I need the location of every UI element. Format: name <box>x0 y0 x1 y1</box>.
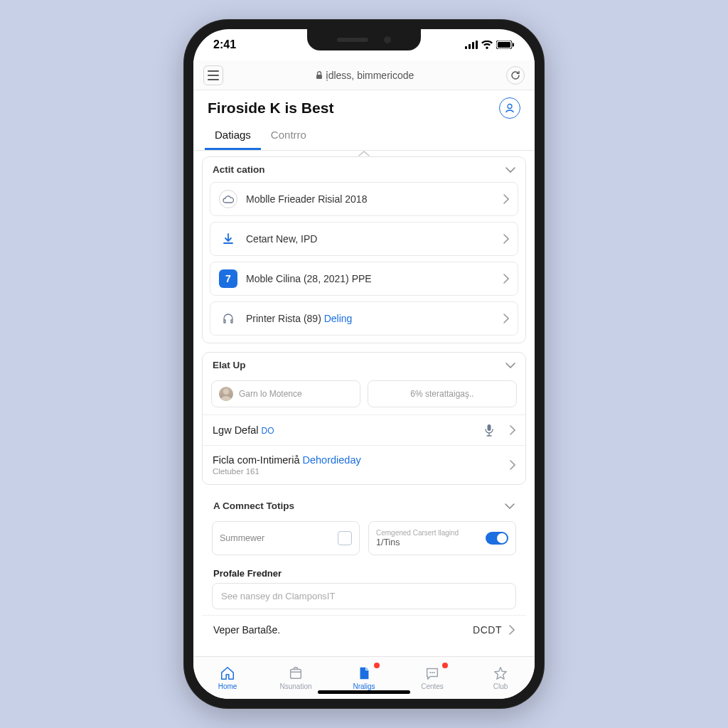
chevron-down-icon <box>505 363 515 368</box>
reload-icon <box>510 70 520 80</box>
list-item-label: Cetart New, IPD <box>246 233 495 245</box>
profile-button[interactable] <box>499 97 520 119</box>
chat-icon <box>424 665 440 681</box>
cellular-icon <box>465 41 478 49</box>
chevron-down-icon <box>505 167 515 173</box>
svg-point-8 <box>508 105 512 109</box>
row-label: Lgw Defal DO <box>213 424 477 436</box>
row-label: Veper Bartaße. <box>213 624 473 636</box>
badge-dot <box>442 663 448 668</box>
row-veper[interactable]: Veper Bartaße. DCDT <box>202 615 526 644</box>
svg-rect-3 <box>476 41 478 49</box>
svg-rect-11 <box>291 670 301 679</box>
toggle-switch[interactable] <box>486 532 508 545</box>
reload-button[interactable] <box>506 66 525 85</box>
section-header: Profale Fredner <box>202 561 526 583</box>
row-value: DCDT <box>473 624 502 636</box>
notch <box>307 29 421 50</box>
section-header[interactable]: A Comnect Totips <box>202 493 526 518</box>
page-title: Firoside K is Best <box>208 100 333 117</box>
browser-bar: ịdless, bimmericode <box>193 60 535 90</box>
row-ficla[interactable]: Ficla com-Intimeriå Dehordieday Cletuber… <box>203 445 525 484</box>
screen: 2:41 ịdless, bimmericode Firoside K is B… <box>193 29 535 699</box>
chevron-right-icon <box>510 425 515 435</box>
list-item[interactable]: Printer Rista (89) Deling <box>210 301 518 336</box>
section-actit-cation: Actit cation Moblle Frieader Risial 2018… <box>202 156 526 343</box>
section-profale-fredner: Profale Fredner See nansey dn ClamponsIT <box>202 561 526 609</box>
svg-rect-2 <box>472 42 474 49</box>
battery-icon <box>496 41 515 49</box>
wifi-icon <box>481 41 493 49</box>
chevron-down-icon <box>505 503 515 509</box>
headset-icon <box>219 309 237 328</box>
list-item[interactable]: Moblle Frieader Risial 2018 <box>210 182 518 216</box>
url-display[interactable]: ịdless, bimmericode <box>230 70 499 81</box>
svg-rect-6 <box>513 43 514 47</box>
section-elat-up: Elat Up Garn lo Motence 6% sterattaigaş.… <box>202 352 526 485</box>
content: Actit cation Moblle Frieader Risial 2018… <box>193 151 535 656</box>
chevron-right-icon <box>503 274 509 284</box>
list-item[interactable]: Cetart New, IPD <box>210 222 518 256</box>
chips-row: Garn lo Motence 6% sterattaigaş.. <box>203 378 525 414</box>
badge-dot <box>374 663 380 668</box>
row-subtitle: Cletuber 161 <box>213 467 503 476</box>
tab-contrro[interactable]: Contrro <box>261 123 316 150</box>
caret-up-icon <box>358 150 370 157</box>
phone-frame: 2:41 ịdless, bimmericode Firoside K is B… <box>183 19 545 709</box>
chip-person[interactable]: Garn lo Motence <box>211 380 360 407</box>
tabbar-club[interactable]: Club <box>466 657 535 699</box>
row-label: Ficla com-Intimeriå Dehordieday <box>213 454 503 466</box>
svg-point-12 <box>429 672 431 673</box>
lock-icon <box>316 71 323 80</box>
page-header: Firoside K is Best <box>193 90 535 123</box>
box-icon <box>288 665 304 681</box>
svg-point-9 <box>223 389 229 395</box>
cloud-icon <box>219 190 237 208</box>
chip-stat[interactable]: 6% sterattaigaş.. <box>368 380 517 407</box>
status-time: 2:41 <box>213 38 236 51</box>
home-icon <box>220 665 235 681</box>
chevron-right-icon <box>503 234 509 244</box>
number-badge-icon: 7 <box>219 269 237 288</box>
avatar-icon <box>219 387 233 401</box>
search-input[interactable]: See nansey dn ClamponsIT <box>212 583 516 609</box>
tabbar-home[interactable]: Home <box>193 657 262 699</box>
chevron-right-icon <box>509 625 515 635</box>
tab-bar: Datiags Contrro <box>193 123 535 151</box>
svg-rect-1 <box>469 44 471 49</box>
document-icon <box>356 665 372 681</box>
svg-rect-7 <box>316 75 322 79</box>
toggle-summewer[interactable]: Summewer <box>212 521 360 555</box>
mic-icon <box>484 424 494 437</box>
toggle-row: Summewer Cemgened Carsert llagind 1/Tins <box>202 518 526 561</box>
section-header[interactable]: Elat Up <box>203 353 525 378</box>
chevron-right-icon <box>503 314 509 323</box>
list-item-label: Moblle Frieader Risial 2018 <box>246 193 495 205</box>
svg-point-13 <box>432 672 433 673</box>
list-item-label: Printer Rista (89) Deling <box>246 313 495 324</box>
svg-point-14 <box>434 672 435 673</box>
user-icon <box>504 102 515 114</box>
svg-rect-5 <box>498 42 510 48</box>
menu-button[interactable] <box>203 65 223 85</box>
toggle-tins[interactable]: Cemgened Carsert llagind 1/Tins <box>368 521 516 555</box>
star-icon <box>493 665 508 681</box>
status-icons <box>465 41 515 49</box>
list-item[interactable]: 7 Moble Cilina (28, 2021) PPE <box>210 262 518 296</box>
svg-rect-10 <box>488 424 491 431</box>
chevron-right-icon <box>503 194 509 204</box>
list-item-label: Moble Cilina (28, 2021) PPE <box>246 273 495 284</box>
svg-rect-0 <box>465 46 467 49</box>
home-indicator[interactable] <box>318 690 410 694</box>
checkbox[interactable] <box>338 531 352 545</box>
tab-datiags[interactable]: Datiags <box>205 123 261 150</box>
section-connect-totips: A Comnect Totips Summewer Cemgened Carse… <box>202 493 526 561</box>
download-icon <box>219 230 237 248</box>
chevron-right-icon <box>510 460 515 470</box>
row-lgw-defal[interactable]: Lgw Defal DO <box>203 414 525 445</box>
section-header[interactable]: Actit cation <box>203 157 525 182</box>
